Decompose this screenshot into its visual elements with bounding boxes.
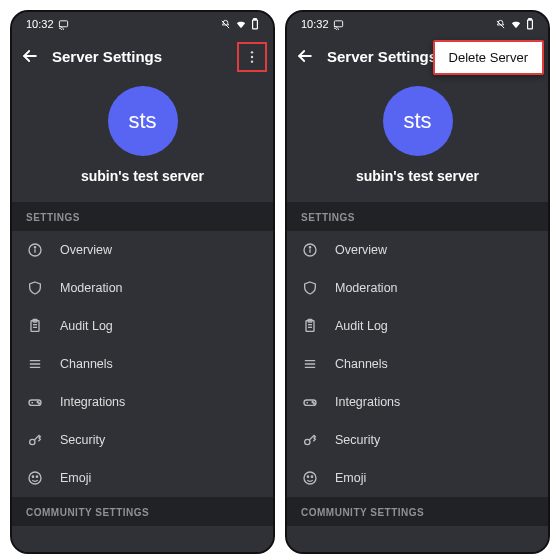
server-name: subin's test server [356, 168, 479, 184]
item-security[interactable]: Security [287, 421, 548, 459]
vibrate-icon [495, 19, 506, 30]
svg-point-24 [36, 476, 37, 477]
item-label: Integrations [60, 395, 125, 409]
item-label: Integrations [335, 395, 400, 409]
svg-point-20 [38, 403, 39, 404]
status-time: 10:32 [301, 18, 329, 30]
header-title: Server Settings [52, 48, 162, 65]
list-icon [26, 356, 44, 372]
svg-point-19 [37, 401, 38, 402]
item-label: Channels [60, 357, 113, 371]
svg-point-41 [312, 401, 313, 402]
battery-icon [526, 18, 534, 30]
gamepad-icon [301, 394, 319, 410]
emoji-icon [26, 470, 44, 486]
item-overview[interactable]: Overview [12, 231, 273, 269]
svg-point-4 [251, 56, 253, 58]
cast-icon [333, 19, 344, 30]
more-vertical-icon [244, 49, 260, 65]
info-icon [301, 242, 319, 258]
svg-point-42 [313, 403, 314, 404]
svg-rect-27 [529, 19, 531, 20]
clipboard-icon [301, 318, 319, 334]
more-button[interactable] [237, 42, 267, 72]
item-security[interactable]: Security [12, 421, 273, 459]
item-label: Security [60, 433, 105, 447]
server-initials: sts [128, 108, 156, 134]
item-emoji[interactable]: Emoji [287, 459, 548, 497]
phone-left: 10:32 Server Settings sts [10, 10, 275, 554]
delete-server-menu-item[interactable]: Delete Server [433, 40, 544, 75]
svg-rect-0 [59, 20, 67, 26]
wifi-icon [510, 19, 522, 30]
item-overview[interactable]: Overview [287, 231, 548, 269]
vibrate-icon [220, 19, 231, 30]
item-label: Moderation [60, 281, 123, 295]
svg-rect-25 [334, 20, 342, 26]
item-label: Emoji [335, 471, 366, 485]
phone-right: 10:32 Server Settings Delete Server [285, 10, 550, 554]
wifi-icon [235, 19, 247, 30]
item-channels[interactable]: Channels [12, 345, 273, 383]
item-channels[interactable]: Channels [287, 345, 548, 383]
svg-point-21 [30, 439, 35, 444]
svg-point-5 [251, 60, 253, 62]
info-icon [26, 242, 44, 258]
key-icon [301, 432, 319, 448]
clipboard-icon [26, 318, 44, 334]
settings-list: SETTINGS Overview Moderation Audit Log C… [287, 202, 548, 552]
item-moderation[interactable]: Moderation [12, 269, 273, 307]
section-settings: SETTINGS [12, 202, 273, 231]
emoji-icon [301, 470, 319, 486]
item-label: Channels [335, 357, 388, 371]
delete-server-label: Delete Server [449, 50, 528, 65]
server-initials: sts [403, 108, 431, 134]
section-community: COMMUNITY SETTINGS [287, 497, 548, 526]
svg-point-44 [304, 472, 316, 484]
settings-list: SETTINGS Overview Moderation Audit Log C… [12, 202, 273, 552]
svg-point-45 [307, 476, 308, 477]
item-audit-log[interactable]: Audit Log [12, 307, 273, 345]
item-label: Moderation [335, 281, 398, 295]
item-label: Overview [335, 243, 387, 257]
svg-point-8 [34, 247, 35, 248]
svg-point-3 [251, 51, 253, 53]
key-icon [26, 432, 44, 448]
server-header: sts subin's test server [12, 76, 273, 202]
shield-icon [26, 280, 44, 296]
battery-icon [251, 18, 259, 30]
header: Server Settings Delete Server [287, 36, 548, 76]
back-icon[interactable] [20, 46, 40, 66]
svg-rect-1 [253, 20, 258, 29]
svg-point-43 [305, 439, 310, 444]
item-emoji[interactable]: Emoji [12, 459, 273, 497]
status-time: 10:32 [26, 18, 54, 30]
server-avatar[interactable]: sts [383, 86, 453, 156]
svg-point-30 [309, 247, 310, 248]
item-label: Audit Log [335, 319, 388, 333]
gamepad-icon [26, 394, 44, 410]
item-integrations[interactable]: Integrations [12, 383, 273, 421]
item-moderation[interactable]: Moderation [287, 269, 548, 307]
item-label: Audit Log [60, 319, 113, 333]
svg-point-46 [311, 476, 312, 477]
svg-point-22 [29, 472, 41, 484]
item-audit-log[interactable]: Audit Log [287, 307, 548, 345]
back-icon[interactable] [295, 46, 315, 66]
svg-point-23 [32, 476, 33, 477]
section-settings: SETTINGS [287, 202, 548, 231]
server-avatar[interactable]: sts [108, 86, 178, 156]
server-header: sts subin's test server [287, 76, 548, 202]
item-label: Emoji [60, 471, 91, 485]
item-integrations[interactable]: Integrations [287, 383, 548, 421]
header-title: Server Settings [327, 48, 437, 65]
item-label: Security [335, 433, 380, 447]
section-community: COMMUNITY SETTINGS [12, 497, 273, 526]
list-icon [301, 356, 319, 372]
status-bar: 10:32 [287, 12, 548, 36]
item-label: Overview [60, 243, 112, 257]
svg-rect-26 [528, 20, 533, 29]
shield-icon [301, 280, 319, 296]
svg-rect-2 [254, 19, 256, 20]
cast-icon [58, 19, 69, 30]
